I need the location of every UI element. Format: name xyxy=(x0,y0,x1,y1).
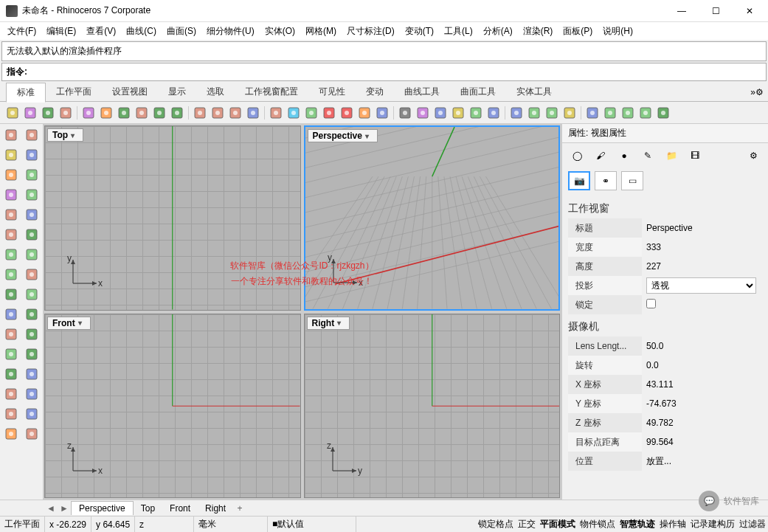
cplane-icon[interactable] xyxy=(584,105,601,121)
property-value[interactable]: Perspective xyxy=(642,223,762,233)
polygon-icon[interactable] xyxy=(22,185,41,204)
property-value[interactable]: -74.673 xyxy=(642,398,762,409)
loft-icon[interactable] xyxy=(1,285,21,304)
tab-nav-icon[interactable]: ◄ xyxy=(44,503,58,514)
status-plane[interactable]: 工作平面 xyxy=(0,517,45,532)
select-all-icon[interactable] xyxy=(397,105,413,121)
arc-icon[interactable] xyxy=(1,165,21,184)
menu-item[interactable]: 细分物件(U) xyxy=(202,24,259,39)
select-icon[interactable] xyxy=(374,105,390,121)
array-icon[interactable] xyxy=(1,404,21,424)
pan-icon[interactable] xyxy=(356,105,373,121)
property-value[interactable]: 333 xyxy=(642,242,762,252)
sphere3-icon[interactable] xyxy=(544,105,560,121)
osnap-icon[interactable] xyxy=(268,105,284,121)
cplane2-icon[interactable] xyxy=(602,105,618,121)
render-icon[interactable] xyxy=(485,105,502,121)
status-toggle[interactable]: 智慧轨迹 xyxy=(617,517,657,532)
offset-icon[interactable] xyxy=(22,404,41,424)
camera-icon[interactable]: 📷 xyxy=(568,171,590,190)
copy-icon[interactable] xyxy=(1,365,21,384)
viewport-perspective[interactable]: Perspective▾ x y xyxy=(304,125,561,311)
menu-item[interactable]: 曲面(S) xyxy=(162,24,201,39)
dim-icon[interactable] xyxy=(1,424,21,443)
rendered-icon[interactable] xyxy=(450,105,466,121)
chevron-down-icon[interactable]: ▾ xyxy=(78,319,86,327)
ribbon-tab[interactable]: 变动 xyxy=(356,83,394,101)
save-icon[interactable] xyxy=(40,105,56,121)
chevron-down-icon[interactable]: ▾ xyxy=(337,319,345,327)
print-icon[interactable] xyxy=(58,105,74,121)
surface-icon[interactable] xyxy=(1,245,21,264)
hatch-icon[interactable] xyxy=(22,424,41,443)
property-value[interactable] xyxy=(642,299,762,311)
property-value[interactable]: 透视 xyxy=(642,277,762,294)
lasso-icon[interactable] xyxy=(22,125,41,145)
move-icon[interactable] xyxy=(22,345,41,364)
arrow-icon[interactable] xyxy=(1,125,21,145)
revolve-icon[interactable] xyxy=(1,265,21,284)
property-value[interactable]: 49.782 xyxy=(642,418,762,428)
menu-item[interactable]: 说明(H) xyxy=(598,24,637,39)
ribbon-tab[interactable]: 可见性 xyxy=(308,83,356,101)
chevron-down-icon[interactable]: ▾ xyxy=(365,132,373,140)
ribbon-tab[interactable]: 选取 xyxy=(196,83,235,101)
boolean-icon[interactable] xyxy=(22,285,41,304)
viewport-tab[interactable]: Right xyxy=(198,502,233,515)
status-toggle[interactable]: 操作轴 xyxy=(657,517,688,532)
sphere-icon[interactable] xyxy=(508,105,525,121)
property-value[interactable]: 43.111 xyxy=(642,379,762,390)
ribbon-tab[interactable]: 设置视图 xyxy=(102,83,158,101)
status-unit[interactable]: 毫米 xyxy=(194,517,268,532)
property-value[interactable]: 放置... xyxy=(642,455,762,468)
film-icon[interactable]: 🎞 xyxy=(686,148,704,164)
open-file-icon[interactable] xyxy=(22,105,38,121)
circle-icon[interactable] xyxy=(22,145,41,165)
ellipse-icon[interactable] xyxy=(22,165,41,184)
ghosted-icon[interactable] xyxy=(468,105,484,121)
sphere-icon[interactable]: ● xyxy=(615,148,633,164)
cplane3-icon[interactable] xyxy=(620,105,636,121)
viewport-top[interactable]: Top▾ x y xyxy=(44,125,301,311)
menu-item[interactable]: 实体(O) xyxy=(260,24,300,39)
rectangle-icon[interactable] xyxy=(1,185,21,204)
viewport-label[interactable]: Front▾ xyxy=(47,317,91,330)
wireframe-icon[interactable] xyxy=(415,105,431,121)
menu-item[interactable]: 查看(V) xyxy=(82,24,120,39)
menu-item[interactable]: 分析(A) xyxy=(479,24,517,39)
viewport-tab[interactable]: Top xyxy=(134,502,162,515)
help-icon[interactable] xyxy=(655,105,671,121)
property-value[interactable]: 227 xyxy=(642,261,762,272)
new-file-icon[interactable] xyxy=(4,105,21,121)
explode-icon[interactable] xyxy=(1,345,21,364)
viewport-tab[interactable]: Front xyxy=(162,502,198,515)
zoom-window-icon[interactable] xyxy=(321,105,337,121)
link-icon[interactable]: ⚭ xyxy=(595,171,617,190)
extrude-icon[interactable] xyxy=(22,245,41,264)
paste-icon[interactable] xyxy=(134,105,150,121)
pencil-icon[interactable]: ✎ xyxy=(639,148,657,164)
menu-item[interactable]: 文件(F) xyxy=(3,24,41,39)
ribbon-tab[interactable]: 显示 xyxy=(158,83,196,101)
menu-item[interactable]: 变动(T) xyxy=(401,24,438,39)
ribbon-more-icon[interactable]: »⚙ xyxy=(746,87,768,97)
frame-icon[interactable]: ▭ xyxy=(621,171,643,190)
fillet-icon[interactable] xyxy=(1,305,21,324)
status-toggle[interactable]: 记录建构历 xyxy=(688,517,737,532)
zoom-in-icon[interactable] xyxy=(303,105,319,121)
group-icon[interactable] xyxy=(192,105,208,121)
menu-item[interactable]: 编辑(E) xyxy=(42,24,80,39)
property-value[interactable]: 50.0 xyxy=(642,341,762,351)
ribbon-tab[interactable]: 曲线工具 xyxy=(394,83,450,101)
property-value[interactable]: 99.564 xyxy=(642,437,762,447)
shaded-icon[interactable] xyxy=(432,105,449,121)
ribbon-tab[interactable]: 工作视窗配置 xyxy=(235,83,308,101)
property-value[interactable]: 0.0 xyxy=(642,360,762,370)
ribbon-tab[interactable]: 工作平面 xyxy=(46,83,102,101)
circle-icon[interactable]: ◯ xyxy=(568,148,586,164)
options-icon[interactable] xyxy=(637,105,654,121)
menu-item[interactable]: 曲线(C) xyxy=(122,24,161,39)
sweep-icon[interactable] xyxy=(22,265,41,284)
gear-icon[interactable]: ⚙ xyxy=(744,148,762,164)
clipboard-icon[interactable] xyxy=(80,105,97,121)
